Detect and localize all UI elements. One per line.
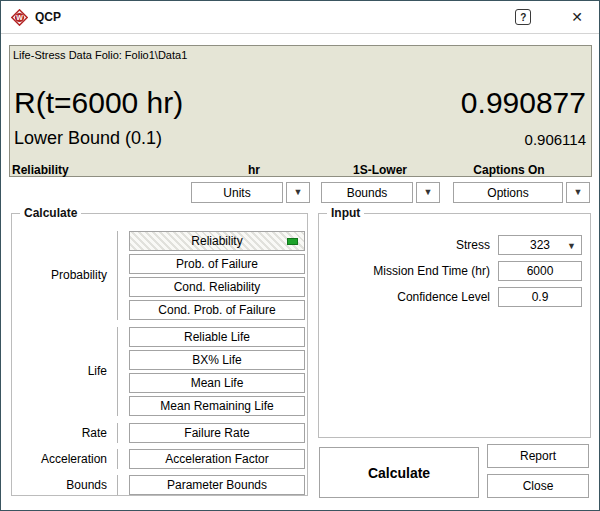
lower-bound-label: Lower Bound (0.1) xyxy=(14,128,162,149)
mission-end-time-field[interactable]: 6000 xyxy=(498,261,582,281)
mission-end-time-label: Mission End Time (hr) xyxy=(330,264,490,278)
category-bounds: Bounds xyxy=(0,478,107,492)
calc-button-mean-life[interactable]: Mean Life xyxy=(129,373,305,393)
chevron-down-icon: ▼ xyxy=(294,188,303,197)
bounds-dropdown-arrow[interactable]: ▼ xyxy=(416,182,440,203)
chevron-down-icon: ▼ xyxy=(574,188,583,197)
separator xyxy=(117,449,118,469)
chevron-down-icon: ▼ xyxy=(567,242,576,251)
category-probability: Probability xyxy=(0,268,107,282)
status-bounds: 1S-Lower xyxy=(345,163,415,177)
calc-button-label: Reliability xyxy=(191,234,242,248)
lower-bound-value: 0.906114 xyxy=(525,131,586,148)
result-value: 0.990877 xyxy=(461,86,586,120)
selected-indicator xyxy=(287,238,298,245)
units-dropdown-arrow[interactable]: ▼ xyxy=(286,182,310,203)
category-acceleration: Acceleration xyxy=(0,452,107,466)
calc-button-parameter-bounds[interactable]: Parameter Bounds xyxy=(129,475,305,495)
calculate-group-title: Calculate xyxy=(20,206,81,220)
calc-button-bx-life[interactable]: BX% Life xyxy=(129,350,305,370)
calculate-groupbox: Calculate Probability Life Rate Accelera… xyxy=(11,213,308,496)
units-button[interactable]: Units xyxy=(191,182,283,203)
category-rate: Rate xyxy=(0,426,107,440)
separator xyxy=(117,475,118,495)
stress-dropdown[interactable]: 323 ▼ xyxy=(498,235,582,255)
results-panel: Life-Stress Data Folio: Folio1\Data1 R(t… xyxy=(9,45,592,177)
calc-button-acceleration-factor[interactable]: Acceleration Factor xyxy=(129,449,305,469)
calc-button-cond-reliability[interactable]: Cond. Reliability xyxy=(129,277,305,297)
calc-button-reliable-life[interactable]: Reliable Life xyxy=(129,327,305,347)
stress-label: Stress xyxy=(330,238,490,252)
result-expression: R(t=6000 hr) xyxy=(14,86,183,120)
calc-button-reliability[interactable]: Reliability xyxy=(129,231,305,251)
svg-text:W: W xyxy=(16,14,23,21)
close-icon[interactable]: ✕ xyxy=(571,10,583,24)
options-dropdown-arrow[interactable]: ▼ xyxy=(566,182,590,203)
separator xyxy=(117,423,118,443)
report-button[interactable]: Report xyxy=(487,444,589,468)
input-group-title: Input xyxy=(327,206,364,220)
confidence-level-field[interactable]: 0.9 xyxy=(498,287,582,307)
category-life: Life xyxy=(0,364,107,378)
close-button[interactable]: Close xyxy=(487,474,589,498)
calculate-button[interactable]: Calculate xyxy=(319,447,479,498)
bounds-button[interactable]: Bounds xyxy=(321,182,413,203)
data-source-label: Life-Stress Data Folio: Folio1\Data1 xyxy=(13,49,187,61)
confidence-level-label: Confidence Level xyxy=(330,290,490,304)
status-captions: Captions On xyxy=(469,163,549,177)
calc-button-prob-of-failure[interactable]: Prob. of Failure xyxy=(129,254,305,274)
title-bar: W QCP ? ✕ xyxy=(1,1,599,34)
options-button[interactable]: Options xyxy=(453,182,563,203)
help-icon[interactable]: ? xyxy=(515,9,531,25)
calc-button-mean-remaining-life[interactable]: Mean Remaining Life xyxy=(129,396,305,416)
qcp-dialog: W QCP ? ✕ Life-Stress Data Folio: Folio1… xyxy=(0,0,600,511)
separator xyxy=(117,231,118,320)
app-icon: W xyxy=(11,9,28,26)
calc-button-failure-rate[interactable]: Failure Rate xyxy=(129,423,305,443)
status-metric: Reliability xyxy=(12,163,69,177)
status-units: hr xyxy=(219,163,289,177)
window-title: QCP xyxy=(35,10,61,24)
chevron-down-icon: ▼ xyxy=(424,188,433,197)
stress-value: 323 xyxy=(530,238,550,252)
separator xyxy=(117,327,118,416)
calc-button-cond-prob-of-failure[interactable]: Cond. Prob. of Failure xyxy=(129,300,305,320)
input-groupbox: Input Stress 323 ▼ Mission End Time (hr)… xyxy=(318,213,591,438)
